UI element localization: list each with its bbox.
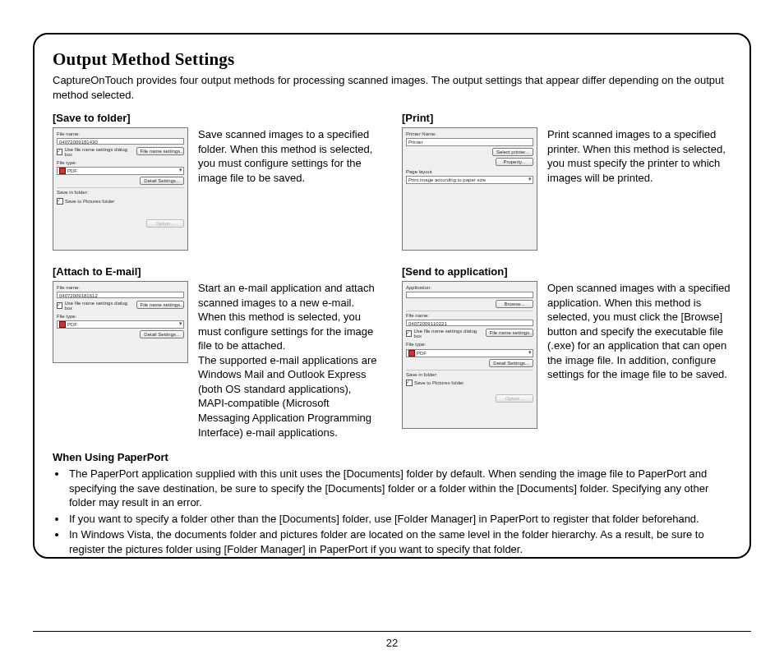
page-layout-select[interactable]: Print image according to paper size (406, 176, 533, 184)
save-filetype-value: PDF (67, 168, 77, 174)
email-use-dialog-checkbox[interactable]: Use file name settings dialog box (57, 301, 130, 311)
send-use-dialog-checkbox[interactable]: Use file name settings dialog box (406, 329, 479, 338)
email-filename-input[interactable]: 04072009181612 (57, 292, 184, 298)
paperport-bullet-1: The PaperPort application supplied with … (67, 467, 731, 510)
email-row: File name: 04072009181612 Use file name … (53, 281, 382, 440)
print-heading: [Print] (402, 112, 731, 124)
send-save-in-label: Save in folder: (406, 372, 533, 378)
send-detail-settings-button[interactable]: Detail Settings... (489, 359, 533, 367)
save-in-folder-label: Save in folder: (57, 190, 184, 196)
application-input[interactable] (406, 292, 533, 298)
email-filetype-select[interactable]: PDF (57, 320, 184, 329)
select-printer-button[interactable]: Select printer... (492, 148, 533, 156)
columns: [Save to folder] File name: 040720091814… (53, 107, 731, 440)
save-pictures-checkbox[interactable]: Save to Pictures folder (57, 198, 184, 205)
send-filename-input[interactable]: 04072009110221 (406, 320, 533, 326)
send-option-button[interactable]: Option... (496, 394, 533, 403)
application-label: Application: (406, 285, 533, 291)
page-layout-label: Page layout (406, 169, 533, 175)
checkbox-icon (57, 149, 62, 155)
print-row: Printer Name: Printer Select printer... … (402, 127, 731, 251)
email-use-dialog-label: Use file name settings dialog box (64, 301, 129, 311)
send-filetype-select[interactable]: PDF (406, 349, 533, 357)
save-heading: [Save to folder] (53, 112, 382, 124)
page-title: Output Method Settings (53, 49, 731, 70)
paperport-heading: When Using PaperPort (53, 451, 731, 463)
save-option-button[interactable]: Option... (146, 219, 184, 228)
print-panel: Printer Name: Printer Select printer... … (402, 127, 537, 251)
browse-button[interactable]: Browse... (496, 300, 533, 308)
save-panel: File name: 04072009181430 Use file name … (53, 127, 188, 251)
print-desc: Print scanned images to a specified prin… (547, 127, 731, 185)
send-pictures-checkbox[interactable]: Save to Pictures folder (406, 380, 533, 386)
manual-page: Output Method Settings CaptureOnTouch pr… (0, 0, 784, 672)
save-use-dialog-label: Use file name settings dialog box (64, 147, 129, 157)
send-desc: Open scanned images with a specified app… (547, 281, 731, 382)
save-filename-settings-button[interactable]: File name settings... (136, 147, 184, 155)
email-panel: File name: 04072009181612 Use file name … (53, 281, 188, 363)
checkbox-icon (406, 380, 413, 386)
save-filetype-label: File type: (57, 160, 184, 166)
email-filename-settings-button[interactable]: File name settings... (136, 301, 184, 309)
checkbox-icon (406, 330, 412, 337)
save-pictures-label: Save to Pictures folder (65, 199, 114, 204)
send-row: Application: Browse... File name: 040720… (402, 281, 731, 429)
content-frame: Output Method Settings CaptureOnTouch pr… (33, 33, 751, 559)
email-filetype-label: File type: (57, 314, 184, 320)
printer-name-label: Printer Name: (406, 131, 533, 137)
save-filename-label: File name: (57, 131, 184, 137)
send-filename-label: File name: (406, 313, 533, 319)
email-filetype-value: PDF (67, 321, 77, 328)
email-filename-label: File name: (57, 285, 184, 291)
printer-name-value: Printer (406, 138, 533, 146)
pdf-icon (59, 321, 66, 328)
intro-text: CaptureOnTouch provides four output meth… (53, 73, 731, 102)
send-filetype-value: PDF (417, 350, 427, 357)
send-pictures-label: Save to Pictures folder (414, 380, 463, 385)
page-layout-value: Print image according to paper size (408, 177, 486, 183)
send-use-dialog-label: Use file name settings dialog box (413, 329, 478, 338)
email-heading: [Attach to E-mail] (53, 265, 382, 278)
send-panel: Application: Browse... File name: 040720… (402, 281, 537, 429)
save-use-dialog-checkbox[interactable]: Use file name settings dialog box (57, 147, 130, 157)
save-row: File name: 04072009181430 Use file name … (53, 127, 382, 251)
left-column: [Save to folder] File name: 040720091814… (53, 107, 382, 440)
page-number: 22 (386, 637, 398, 649)
page-footer: 22 (0, 631, 784, 649)
save-detail-settings-button[interactable]: Detail Settings... (140, 177, 184, 185)
pdf-icon (408, 350, 415, 357)
send-filetype-label: File type: (406, 342, 533, 348)
right-column: [Print] Printer Name: Printer Select pri… (402, 107, 731, 440)
email-desc: Start an e-mail application and attach s… (198, 281, 382, 440)
checkbox-icon (57, 302, 62, 309)
send-heading: [Send to application] (402, 265, 731, 278)
send-filename-settings-button[interactable]: File name settings... (486, 329, 533, 337)
paperport-bullet-2: If you want to specify a folder other th… (67, 512, 731, 527)
checkbox-icon (57, 198, 63, 205)
paperport-bullet-3: In Windows Vista, the documents folder a… (67, 527, 731, 556)
printer-property-button[interactable]: Property... (496, 158, 533, 166)
save-desc: Save scanned images to a specified folde… (198, 127, 382, 185)
paperport-list: The PaperPort application supplied with … (53, 467, 731, 556)
save-filename-input[interactable]: 04072009181430 (57, 138, 184, 145)
save-filetype-select[interactable]: PDF (57, 167, 184, 175)
pdf-icon (59, 168, 66, 174)
email-detail-settings-button[interactable]: Detail Settings... (140, 330, 184, 338)
